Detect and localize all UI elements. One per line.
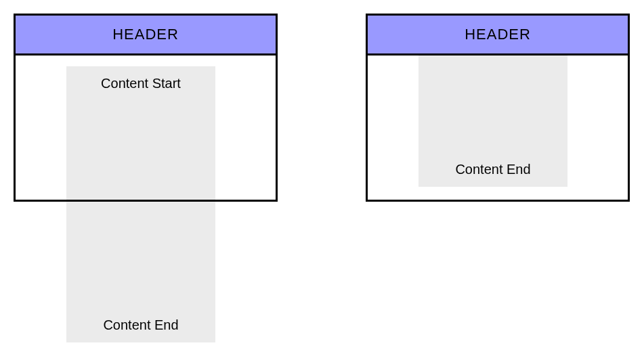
left-body-frame [14, 53, 278, 202]
right-header-label: HEADER [465, 26, 531, 43]
right-header: HEADER [366, 14, 630, 55]
left-header-label: HEADER [112, 26, 179, 43]
right-body-frame [366, 53, 630, 202]
content-end-label: Content End [103, 317, 178, 333]
left-header: HEADER [14, 14, 278, 55]
